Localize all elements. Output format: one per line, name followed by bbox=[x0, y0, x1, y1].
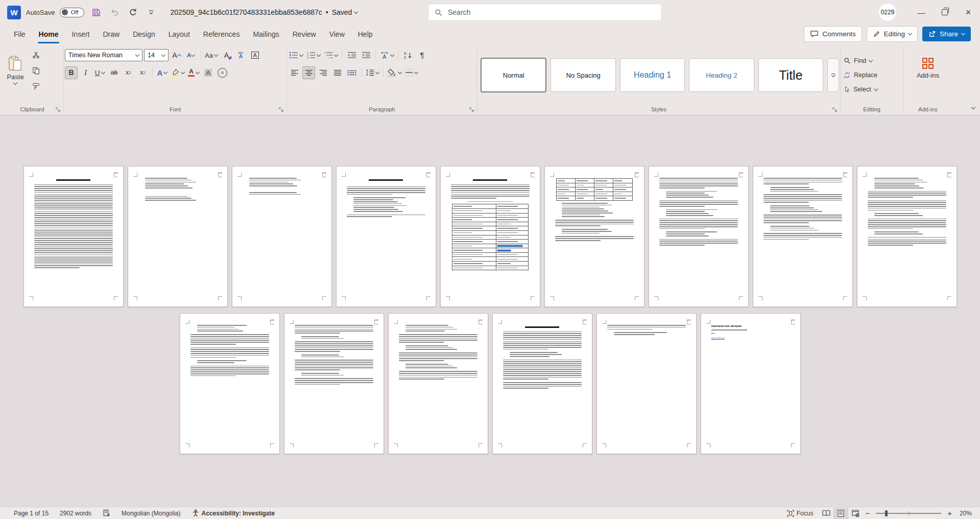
tab-insert[interactable]: Insert bbox=[65, 25, 96, 43]
paragraph-dialog-launcher[interactable] bbox=[469, 107, 474, 112]
style-no-spacing[interactable]: No Spacing bbox=[551, 58, 615, 92]
borders-button[interactable] bbox=[404, 66, 419, 79]
tab-design[interactable]: Design bbox=[126, 25, 162, 43]
shading-button[interactable] bbox=[387, 66, 402, 79]
tab-view[interactable]: View bbox=[323, 25, 351, 43]
zoom-in-button[interactable]: + bbox=[945, 509, 954, 517]
justify-button[interactable] bbox=[331, 66, 344, 79]
undo-button[interactable] bbox=[108, 6, 121, 19]
page-thumbnail-3[interactable] bbox=[232, 166, 332, 307]
style-normal[interactable]: Normal bbox=[481, 58, 546, 92]
collapse-ribbon-button[interactable] bbox=[972, 102, 975, 111]
bold-button[interactable]: B bbox=[65, 66, 78, 79]
tab-layout[interactable]: Layout bbox=[162, 25, 197, 43]
style-title[interactable]: Title bbox=[758, 58, 823, 92]
text-effects-button[interactable]: A bbox=[156, 66, 169, 79]
search-box[interactable] bbox=[428, 4, 662, 21]
replace-button[interactable]: bc Replace bbox=[842, 69, 902, 81]
tab-mailings[interactable]: Mailings bbox=[246, 25, 285, 43]
page-thumbnail-4[interactable] bbox=[336, 166, 436, 307]
page-thumbnail-11[interactable] bbox=[284, 313, 384, 454]
change-case-button[interactable]: Aa bbox=[204, 49, 219, 62]
close-button[interactable]: × bbox=[957, 0, 980, 25]
superscript-button[interactable]: x2 bbox=[136, 66, 149, 79]
underline-button[interactable]: U bbox=[93, 66, 106, 79]
decrease-indent-button[interactable] bbox=[345, 49, 358, 62]
zoom-level[interactable]: 20% bbox=[954, 507, 972, 519]
page-thumbnail-15[interactable]: Ашигласан ном, материалВеб:www.1010.mn bbox=[701, 313, 801, 454]
paste-button[interactable]: Paste bbox=[2, 46, 29, 93]
zoom-out-button[interactable]: − bbox=[863, 509, 872, 517]
styles-gallery-more-button[interactable] bbox=[827, 58, 839, 92]
grow-font-button[interactable]: A bbox=[170, 49, 183, 62]
multilevel-list-button[interactable]: 1ai bbox=[323, 49, 339, 62]
share-button[interactable]: Share bbox=[922, 27, 971, 41]
proofing-errors-button[interactable] bbox=[97, 507, 116, 519]
web-layout-button[interactable] bbox=[848, 508, 863, 519]
comments-button[interactable]: Comments bbox=[804, 26, 862, 42]
accessibility-checker[interactable]: Accessibility: Investigate bbox=[186, 507, 280, 519]
align-center-button[interactable] bbox=[302, 66, 315, 79]
increase-indent-button[interactable] bbox=[360, 49, 372, 62]
copy-button[interactable] bbox=[30, 64, 42, 77]
zoom-slider[interactable] bbox=[876, 513, 941, 514]
font-dialog-launcher[interactable] bbox=[279, 107, 284, 112]
page-thumbnail-10[interactable] bbox=[180, 313, 280, 454]
character-shading-button[interactable]: A bbox=[202, 66, 214, 79]
sort-button[interactable]: AZ bbox=[401, 49, 414, 62]
bullets-button[interactable] bbox=[288, 49, 304, 62]
hyperlink[interactable]: www.1010.mn bbox=[711, 337, 790, 339]
page-thumbnail-12[interactable] bbox=[388, 313, 488, 454]
distribute-button[interactable] bbox=[345, 66, 358, 79]
clear-formatting-button[interactable]: A bbox=[220, 49, 233, 62]
format-painter-button[interactable] bbox=[30, 80, 42, 93]
page-thumbnail-13[interactable] bbox=[492, 313, 592, 454]
line-spacing-button[interactable] bbox=[365, 66, 380, 79]
page-thumbnail-7[interactable] bbox=[649, 166, 749, 307]
show-hide-marks-button[interactable]: ¶ bbox=[416, 49, 428, 62]
strikethrough-button[interactable]: ab bbox=[108, 66, 121, 79]
enclose-characters-button[interactable]: A bbox=[216, 66, 229, 79]
align-right-button[interactable] bbox=[317, 66, 329, 79]
page-indicator[interactable]: Page 1 of 15 bbox=[8, 507, 54, 519]
word-count[interactable]: 2902 words bbox=[54, 507, 97, 519]
document-canvas[interactable]: Ашигласан ном, материалВеб:www.1010.mn bbox=[0, 115, 980, 507]
clipboard-dialog-launcher[interactable] bbox=[56, 107, 61, 112]
page-thumbnail-6[interactable] bbox=[544, 166, 644, 307]
tab-draw[interactable]: Draw bbox=[96, 25, 126, 43]
read-mode-button[interactable] bbox=[819, 508, 833, 519]
styles-dialog-launcher[interactable] bbox=[832, 107, 838, 112]
cut-button[interactable] bbox=[30, 49, 42, 61]
word-logo-icon[interactable]: W bbox=[7, 6, 21, 19]
page-thumbnail-8[interactable] bbox=[753, 166, 853, 307]
autosave-toggle[interactable]: Off bbox=[60, 8, 84, 17]
asian-layout-button[interactable]: A bbox=[379, 49, 395, 62]
minimize-button[interactable]: — bbox=[910, 0, 933, 25]
subscript-button[interactable]: x2 bbox=[122, 66, 135, 79]
account-badge[interactable]: 0229 bbox=[879, 4, 896, 21]
zoom-slider-thumb[interactable] bbox=[885, 510, 888, 516]
addins-button[interactable]: Add-ins bbox=[912, 46, 944, 89]
style-heading-1[interactable]: Heading 1 bbox=[620, 58, 685, 92]
save-button[interactable] bbox=[89, 6, 103, 19]
shrink-font-button[interactable]: A bbox=[184, 49, 197, 62]
numbering-button[interactable]: 123 bbox=[305, 49, 321, 62]
font-size-combobox[interactable]: 14 bbox=[144, 49, 169, 61]
page-thumbnail-9[interactable] bbox=[857, 166, 957, 307]
style-heading-2[interactable]: Heading 2 bbox=[689, 58, 754, 92]
align-left-button[interactable] bbox=[288, 66, 301, 79]
text-highlight-button[interactable] bbox=[170, 66, 185, 79]
language-indicator[interactable]: Mongolian (Mongolia) bbox=[116, 507, 186, 519]
find-button[interactable]: Find bbox=[842, 55, 902, 67]
page-thumbnail-2[interactable] bbox=[128, 166, 228, 307]
font-color-button[interactable]: A bbox=[187, 66, 200, 79]
redo-button[interactable] bbox=[126, 6, 139, 19]
document-title-area[interactable]: 202509_94c1b6c01f270483331ebba853e6887c … bbox=[170, 8, 357, 16]
tab-references[interactable]: References bbox=[197, 25, 247, 43]
character-border-button[interactable]: A bbox=[249, 49, 261, 62]
print-layout-button[interactable] bbox=[833, 508, 848, 519]
search-input[interactable] bbox=[447, 8, 655, 17]
restore-button[interactable] bbox=[933, 0, 957, 25]
page-thumbnail-5[interactable] bbox=[440, 166, 540, 307]
page-thumbnail-1[interactable] bbox=[23, 166, 124, 307]
